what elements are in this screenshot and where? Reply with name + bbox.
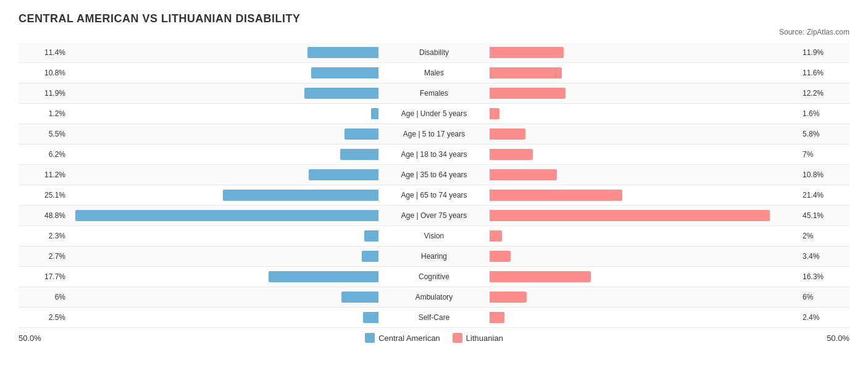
- right-value: 7%: [800, 150, 849, 159]
- right-bar: [490, 312, 504, 323]
- right-value: 5.8%: [800, 130, 849, 138]
- left-bar: [344, 128, 378, 140]
- right-bar: [490, 149, 533, 160]
- legend-label: Central American: [378, 334, 440, 343]
- left-value: 11.2%: [19, 170, 68, 179]
- left-bar: [363, 312, 378, 323]
- right-value: 45.1%: [800, 211, 849, 220]
- bar-label: Age | Under 5 years: [378, 109, 490, 118]
- bar-row: 48.8%Age | Over 75 years45.1%: [19, 206, 849, 226]
- left-value: 6%: [19, 293, 68, 301]
- right-value: 11.6%: [800, 69, 849, 77]
- legend-item: Lithuanian: [453, 333, 503, 343]
- right-bar: [490, 230, 502, 242]
- left-bar: [311, 67, 378, 78]
- right-bar: [490, 67, 562, 78]
- right-value: 12.2%: [800, 89, 849, 98]
- left-bar: [223, 190, 379, 201]
- left-bar: [364, 230, 378, 242]
- bar-row: 5.5%Age | 5 to 17 years5.8%: [19, 124, 849, 145]
- legend-item: Central American: [365, 333, 440, 343]
- right-value: 3.4%: [800, 252, 849, 261]
- right-value: 11.9%: [800, 48, 849, 57]
- right-bar: [490, 88, 565, 99]
- bar-row: 2.3%Vision2%: [19, 226, 849, 246]
- bar-label: Males: [378, 69, 490, 77]
- bar-label: Age | Over 75 years: [378, 211, 490, 220]
- right-value: 2.4%: [800, 313, 849, 322]
- left-value: 17.7%: [19, 272, 68, 281]
- footer-right-label: 50.0%: [800, 334, 849, 343]
- left-bar: [371, 108, 378, 119]
- right-bar: [490, 128, 525, 140]
- bar-label: Age | 18 to 34 years: [378, 150, 490, 159]
- bar-label: Age | 5 to 17 years: [378, 130, 490, 138]
- bar-row: 6%Ambulatory6%: [19, 287, 849, 308]
- right-value: 16.3%: [800, 272, 849, 281]
- right-bar: [490, 271, 591, 282]
- right-bar: [490, 292, 527, 303]
- source-label: Source: ZipAtlas.com: [19, 28, 849, 36]
- right-bar: [490, 251, 511, 262]
- bar-row: 2.5%Self-Care2.4%: [19, 308, 849, 328]
- right-bar: [490, 190, 622, 201]
- left-bar: [341, 292, 378, 303]
- left-value: 2.7%: [19, 252, 68, 261]
- bar-label: Females: [378, 89, 490, 98]
- chart-title: CENTRAL AMERICAN VS LITHUANIAN DISABILIT…: [19, 12, 849, 25]
- bar-row: 1.2%Age | Under 5 years1.6%: [19, 104, 849, 124]
- legend-color-box: [453, 333, 462, 343]
- bar-label: Disability: [378, 48, 490, 57]
- left-bar: [304, 88, 378, 99]
- left-value: 11.9%: [19, 89, 68, 98]
- left-value: 2.5%: [19, 313, 68, 322]
- bar-row: 11.9%Females12.2%: [19, 83, 849, 104]
- bar-row: 25.1%Age | 65 to 74 years21.4%: [19, 185, 849, 206]
- left-value: 1.2%: [19, 109, 68, 118]
- bar-label: Hearing: [378, 252, 490, 261]
- bar-row: 10.8%Males11.6%: [19, 63, 849, 83]
- right-value: 21.4%: [800, 191, 849, 200]
- bar-label: Vision: [378, 232, 490, 240]
- right-value: 10.8%: [800, 170, 849, 179]
- left-value: 11.4%: [19, 48, 68, 57]
- left-value: 48.8%: [19, 211, 68, 220]
- legend-color-box: [365, 333, 375, 343]
- bar-label: Age | 35 to 64 years: [378, 170, 490, 179]
- left-bar: [269, 271, 378, 282]
- left-value: 5.5%: [19, 130, 68, 138]
- left-bar: [75, 210, 378, 221]
- left-bar: [340, 149, 378, 160]
- left-bar: [309, 169, 378, 180]
- right-value: 6%: [800, 293, 849, 301]
- right-bar: [490, 47, 564, 58]
- legend-label: Lithuanian: [466, 334, 503, 343]
- bar-label: Self-Care: [378, 313, 490, 322]
- right-bar: [490, 210, 770, 221]
- bar-label: Age | 65 to 74 years: [378, 191, 490, 200]
- legend: Central AmericanLithuanian: [365, 333, 503, 343]
- footer-left-label: 50.0%: [19, 334, 68, 343]
- right-bar: [490, 169, 557, 180]
- left-value: 2.3%: [19, 232, 68, 240]
- left-bar: [362, 251, 378, 262]
- bar-row: 2.7%Hearing3.4%: [19, 246, 849, 267]
- right-bar: [490, 108, 499, 119]
- bar-row: 17.7%Cognitive16.3%: [19, 267, 849, 287]
- chart-area: 11.4%Disability11.9%10.8%Males11.6%11.9%…: [19, 43, 849, 328]
- left-value: 10.8%: [19, 69, 68, 77]
- right-value: 1.6%: [800, 109, 849, 118]
- left-value: 6.2%: [19, 150, 68, 159]
- bar-label: Ambulatory: [378, 293, 490, 301]
- bar-row: 6.2%Age | 18 to 34 years7%: [19, 145, 849, 165]
- left-value: 25.1%: [19, 191, 68, 200]
- right-value: 2%: [800, 232, 849, 240]
- bar-row: 11.2%Age | 35 to 64 years10.8%: [19, 165, 849, 185]
- bar-row: 11.4%Disability11.9%: [19, 43, 849, 63]
- bar-label: Cognitive: [378, 272, 490, 281]
- left-bar: [307, 47, 378, 58]
